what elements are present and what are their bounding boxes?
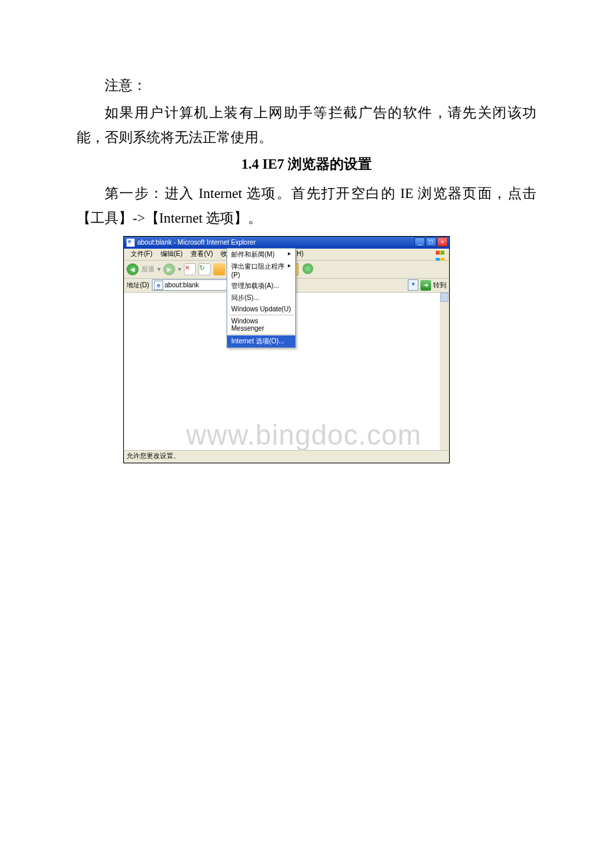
ie-icon: e	[154, 281, 163, 290]
menu-popup-blocker[interactable]: 弹出窗口阻止程序(P)▸	[227, 261, 295, 280]
messenger-icon[interactable]	[303, 263, 313, 274]
scrollbar-thumb[interactable]	[440, 293, 448, 302]
address-dropdown[interactable]: ▾	[408, 279, 418, 291]
tools-dropdown: 邮件和新闻(M)▸ 弹出窗口阻止程序(P)▸ 管理加载项(A)... 同步(S)…	[227, 248, 296, 348]
window-title: about:blank - Microsoft Internet Explore…	[137, 239, 256, 246]
ie-page-icon	[127, 239, 135, 247]
address-value: about:blank	[165, 281, 199, 289]
menu-separator	[229, 315, 294, 315]
section-heading: 1.4 IE7 浏览器的设置	[77, 155, 536, 173]
menu-file[interactable]: 文件(F)	[127, 249, 157, 259]
menu-internet-options[interactable]: Internet 选项(O)...	[227, 335, 295, 347]
menu-edit[interactable]: 编辑(E)	[157, 249, 187, 259]
menu-windows-messenger[interactable]: Windows Messenger	[227, 316, 295, 333]
menu-view[interactable]: 查看(V)	[187, 249, 217, 259]
menu-mail-news[interactable]: 邮件和新闻(M)▸	[227, 249, 295, 261]
status-bar: 允许您更改设置。	[124, 450, 449, 463]
scrollbar-track[interactable]	[440, 293, 449, 450]
minimize-button[interactable]: _	[414, 237, 425, 247]
address-input[interactable]: e about:blank	[152, 279, 231, 291]
back-label: 后退	[141, 265, 155, 274]
address-label: 地址(D)	[127, 281, 149, 290]
maximize-button[interactable]: □	[426, 237, 436, 247]
note-body: 如果用户计算机上装有上网助手等拦截广告的软件，请先关闭该功能，否则系统将无法正常…	[77, 101, 536, 150]
menu-sync[interactable]: 同步(S)...	[227, 292, 295, 304]
refresh-button[interactable]: ↻	[199, 263, 211, 275]
back-button[interactable]: ◄	[127, 263, 139, 275]
go-button[interactable]: ➜	[420, 280, 431, 291]
windows-logo-icon	[436, 249, 446, 259]
stop-button[interactable]: ✕	[184, 263, 196, 275]
note-label: 注意：	[77, 73, 536, 98]
ie-screenshot: about:blank - Microsoft Internet Explore…	[123, 236, 450, 463]
menu-separator	[229, 334, 294, 335]
menu-windows-update[interactable]: Windows Update(U)	[227, 304, 295, 314]
close-button[interactable]: ×	[437, 237, 448, 247]
forward-button[interactable]: ►	[163, 263, 175, 275]
step-1: 第一步：进入 Internet 选项。首先打开空白的 IE 浏览器页面，点击【工…	[77, 181, 536, 231]
go-label: 转到	[433, 281, 446, 290]
window-titlebar: about:blank - Microsoft Internet Explore…	[124, 237, 449, 249]
home-button[interactable]	[213, 263, 225, 275]
menu-manage-addons[interactable]: 管理加载项(A)...	[227, 280, 295, 292]
